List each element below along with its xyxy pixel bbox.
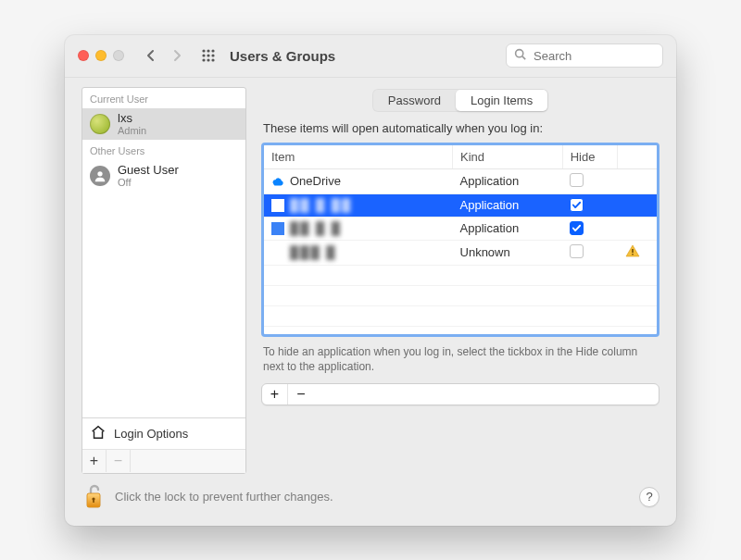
item-kind: Application <box>453 217 563 240</box>
users-sidebar: Current User lxs Admin Other Users Guest… <box>82 87 246 474</box>
sidebar-user-current[interactable]: lxs Admin <box>82 108 245 140</box>
minimize-window-button[interactable] <box>95 50 107 61</box>
toolbar: Users & Groups <box>65 35 676 78</box>
window-controls <box>78 50 124 61</box>
user-name: Guest User <box>118 164 179 177</box>
cloud-icon <box>271 175 284 188</box>
svg-point-9 <box>516 50 523 57</box>
remove-user-button: − <box>107 450 131 472</box>
home-icon <box>90 424 107 443</box>
hide-hint-text: To hide an application when you log in, … <box>263 344 658 374</box>
sidebar-header-current: Current User <box>82 88 245 108</box>
svg-rect-12 <box>632 249 633 253</box>
back-button[interactable] <box>143 47 159 64</box>
search-input[interactable] <box>532 48 691 64</box>
login-items-add-remove: + − <box>261 383 659 405</box>
table-row[interactable]: OneDrive Application <box>264 168 657 193</box>
zoom-window-button <box>113 50 124 61</box>
lock-hint-text: Click the lock to prevent further change… <box>115 490 630 504</box>
login-items-description: These items will open automatically when… <box>263 121 659 135</box>
help-button[interactable]: ? <box>639 487 659 507</box>
svg-rect-13 <box>632 254 633 255</box>
svg-point-1 <box>207 49 209 52</box>
app-icon <box>271 246 284 259</box>
table-row[interactable]: ██ █ █ Application <box>264 217 657 240</box>
hide-checkbox[interactable] <box>570 244 584 258</box>
login-options-button[interactable]: Login Options <box>82 417 245 449</box>
user-name: lxs <box>118 112 146 125</box>
search-icon <box>514 48 526 63</box>
item-kind: Unknown <box>453 240 563 265</box>
table-row-empty <box>264 326 657 337</box>
col-kind[interactable]: Kind <box>453 145 563 169</box>
forward-button <box>169 47 185 64</box>
add-item-button[interactable]: + <box>262 384 288 404</box>
user-role: Admin <box>118 125 146 136</box>
svg-point-6 <box>202 58 205 61</box>
avatar-icon <box>90 166 110 186</box>
svg-point-5 <box>211 54 214 56</box>
avatar-icon <box>90 114 110 134</box>
login-options-label: Login Options <box>114 427 188 441</box>
user-role: Off <box>118 177 179 188</box>
app-icon <box>271 199 284 212</box>
preferences-window: Users & Groups Current User lxs Admin Ot… <box>65 35 676 526</box>
remove-item-button[interactable]: − <box>288 384 314 404</box>
col-status <box>618 145 657 169</box>
pane-title: Users & Groups <box>230 48 496 64</box>
svg-line-10 <box>522 56 525 59</box>
item-name-obscured: ██ █ ██ <box>290 198 352 212</box>
item-kind: Application <box>453 168 563 193</box>
hide-checkbox[interactable] <box>570 198 584 212</box>
svg-point-0 <box>202 49 205 52</box>
col-hide[interactable]: Hide <box>562 145 617 169</box>
lock-button[interactable] <box>82 483 106 511</box>
content-area: Current User lxs Admin Other Users Guest… <box>65 78 676 474</box>
item-name-obscured: ███ █ <box>290 245 336 259</box>
add-user-button[interactable]: + <box>82 450 107 472</box>
sidebar-user-guest[interactable]: Guest User Off <box>82 160 245 192</box>
table-row[interactable]: ██ █ ██ Application <box>264 193 657 217</box>
search-field[interactable] <box>506 44 663 68</box>
main-pane: Password Login Items These items will op… <box>261 87 659 474</box>
tab-password[interactable]: Password <box>373 90 456 111</box>
show-all-icon[interactable] <box>200 47 217 64</box>
svg-point-8 <box>211 58 214 61</box>
hide-checkbox[interactable] <box>570 221 584 235</box>
sidebar-add-remove: + − <box>82 449 245 473</box>
item-kind: Application <box>453 193 563 217</box>
svg-point-7 <box>207 58 209 61</box>
sidebar-header-other: Other Users <box>82 140 245 160</box>
warning-icon <box>625 246 640 260</box>
svg-point-11 <box>97 171 102 176</box>
item-name-obscured: ██ █ █ <box>290 221 342 235</box>
table-row[interactable]: ███ █ Unknown <box>264 240 657 265</box>
tab-segment: Password Login Items <box>372 89 548 112</box>
svg-point-2 <box>211 49 214 52</box>
svg-rect-17 <box>93 499 94 503</box>
hide-checkbox[interactable] <box>570 173 584 187</box>
footer: Click the lock to prevent further change… <box>65 474 676 526</box>
login-items-table: Item Kind Hide OneDrive <box>261 143 659 337</box>
table-row-empty <box>264 305 657 326</box>
svg-point-4 <box>207 54 209 56</box>
close-window-button[interactable] <box>78 50 89 61</box>
col-item[interactable]: Item <box>264 145 453 169</box>
table-row-empty <box>264 285 657 305</box>
app-icon <box>271 222 284 235</box>
item-name: OneDrive <box>290 174 341 188</box>
tab-login-items[interactable]: Login Items <box>456 90 547 111</box>
svg-point-3 <box>202 54 205 56</box>
table-row-empty <box>264 265 657 285</box>
